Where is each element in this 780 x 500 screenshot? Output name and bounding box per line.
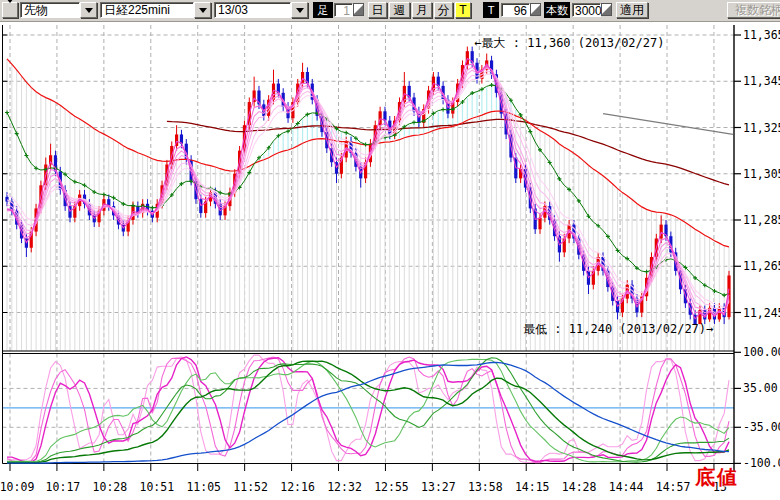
time-axis-label: 14:28 <box>562 480 597 494</box>
time-axis-label: 10:51 <box>139 480 174 494</box>
time-axis-label: 12:16 <box>280 480 315 494</box>
chart-application: 11,36511,34511,32511,30511,28511,26511,2… <box>0 0 780 500</box>
instrument-type-select[interactable]: 先物 <box>20 2 97 18</box>
spinner-icon[interactable] <box>601 3 612 16</box>
apply-button[interactable]: 適用 <box>616 2 648 18</box>
max-price-annotation: ←最大 : 11,360 (2013/02/27) <box>474 36 664 50</box>
instrument-name-select[interactable]: 日経225mini <box>100 2 211 18</box>
spinner-icon[interactable] <box>353 3 364 16</box>
timeframe-label: 足 <box>313 2 333 18</box>
symbol-dropdown-button[interactable] <box>2 2 18 18</box>
moving-averages <box>5 59 733 319</box>
chevron-down-icon[interactable] <box>291 2 308 18</box>
period-tick-button[interactable]: T <box>455 2 471 18</box>
time-axis-label: 13:58 <box>468 480 503 494</box>
bottom-signal-label: 底値 <box>695 464 739 491</box>
chart-area[interactable]: 11,36511,34511,32511,30511,28511,26511,2… <box>0 0 780 500</box>
time-axis-label: 11:52 <box>233 480 268 494</box>
period-minute-button[interactable]: 分 <box>434 2 453 18</box>
time-axis-label: 12:32 <box>327 480 362 494</box>
price-axis-label: 11,285 <box>743 213 780 227</box>
time-axis-label: 10:28 <box>93 480 128 494</box>
oscillator-axis-label: 100.00 <box>743 345 780 359</box>
instrument-type-value: 先物 <box>20 2 80 18</box>
time-axis-label: 10:17 <box>46 480 81 494</box>
multi-symbol-button[interactable]: 複数銘柄 <box>727 2 780 18</box>
oscillator <box>3 355 735 463</box>
time-axis-label: 11:05 <box>186 480 221 494</box>
gridlines <box>3 25 735 464</box>
toolbar: 先物 日経225mini 13/03 足 1 日 週 月 分 T T 96 本数… <box>0 0 780 22</box>
oscillator-axis-label: 35.00 <box>743 381 778 395</box>
period-monthly-button[interactable]: 月 <box>412 2 432 18</box>
time-axis-label: 14:44 <box>609 480 644 494</box>
period-daily-button[interactable]: 日 <box>368 2 387 18</box>
chart-canvas[interactable]: 11,36511,34511,32511,30511,28511,26511,2… <box>0 0 780 500</box>
period-weekly-button[interactable]: 週 <box>389 2 410 18</box>
time-axis-label: 14:57 <box>656 480 691 494</box>
tick-count-label: T <box>483 2 499 18</box>
price-axis-label: 11,245 <box>743 306 780 320</box>
price-axis-label: 11,265 <box>743 259 780 273</box>
bar-count-input[interactable]: 3000 <box>572 3 601 17</box>
contract-month-value: 13/03 <box>214 2 291 18</box>
chevron-down-icon <box>6 0 14 17</box>
price-axis-label: 11,305 <box>743 167 780 181</box>
timeframe-value-input[interactable]: 1 <box>334 3 353 17</box>
chevron-down-icon[interactable] <box>80 2 97 18</box>
time-axis-label: 14:15 <box>515 480 550 494</box>
time-axis-label: 12:55 <box>374 480 409 494</box>
time-axis-label: 13:27 <box>421 480 456 494</box>
oscillator-axis-label: -100.00 <box>743 456 780 470</box>
bar-count-label: 本数 <box>544 2 570 18</box>
price-axis-label: 11,345 <box>743 74 780 88</box>
instrument-name-value: 日経225mini <box>100 2 194 18</box>
time-axis-label: 10:09 <box>0 480 34 494</box>
min-price-annotation: 最低 : 11,240 (2013/02/27)→ <box>523 322 713 336</box>
contract-month-select[interactable]: 13/03 <box>214 2 308 18</box>
tick-count-input[interactable]: 96 <box>501 3 530 17</box>
oscillator-axis-label: -35.00 <box>743 420 780 434</box>
slot-hatch <box>7 59 729 351</box>
chevron-down-icon[interactable] <box>194 2 211 18</box>
price-axis-label: 11,325 <box>743 121 780 135</box>
price-axis-label: 11,365 <box>743 28 780 42</box>
spinner-icon[interactable] <box>530 3 541 16</box>
